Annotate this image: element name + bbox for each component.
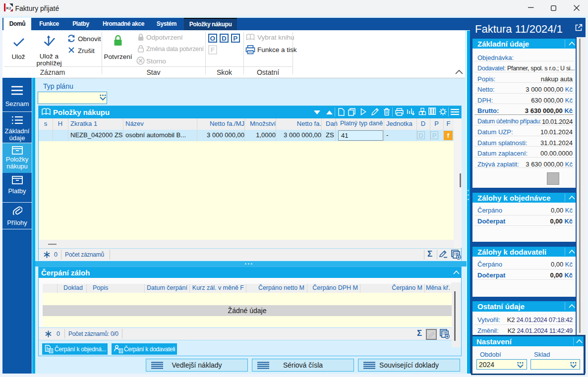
svg-text:K2: K2 [6, 6, 12, 10]
